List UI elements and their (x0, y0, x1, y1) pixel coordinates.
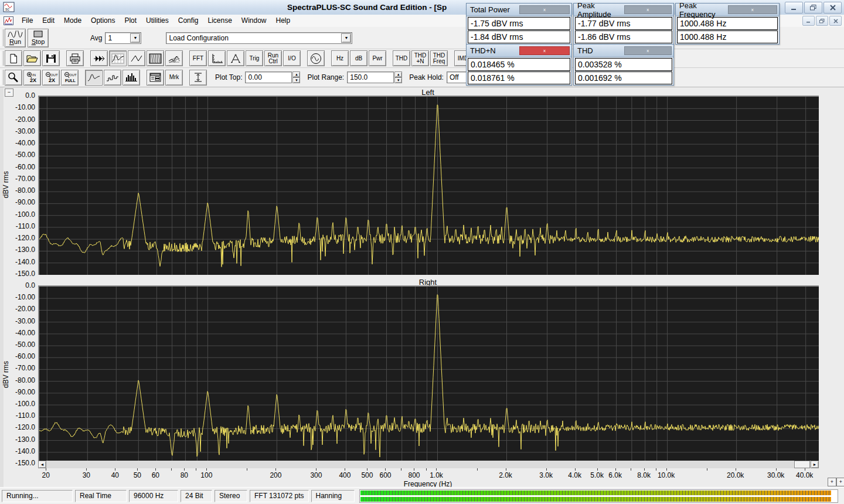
open-folder-button[interactable] (23, 50, 41, 66)
curve-plot-button[interactable] (85, 70, 103, 86)
bar-plot-button[interactable] (122, 70, 140, 86)
x-tick-mark (316, 468, 316, 471)
mdi-restore-button[interactable] (816, 16, 828, 26)
panel-value-left: 1000.488 Hz (677, 17, 778, 30)
plot-top-spinner[interactable]: ▲▼ (292, 71, 300, 83)
step-plot-button[interactable] (104, 70, 121, 86)
y-tick-label: -30.00 (4, 127, 35, 135)
minimize-button[interactable] (785, 2, 803, 13)
display-options-button[interactable] (147, 70, 164, 86)
panel-title-bar[interactable]: Total Powerx (467, 4, 571, 16)
panel-title-bar[interactable]: THD+Nx (467, 45, 571, 57)
svg-text:IN: IN (32, 73, 36, 77)
menu-config[interactable]: Config (173, 15, 203, 27)
plot-range-spinner[interactable]: ▲▼ (394, 71, 402, 83)
run-button[interactable]: Run (5, 29, 26, 47)
mrk-button[interactable]: Mrk (165, 70, 183, 86)
scroll-left-icon[interactable]: ◄ (38, 461, 46, 468)
expand-button-2[interactable]: + (836, 478, 844, 486)
spectrum-plot-right[interactable] (38, 285, 819, 464)
mdi-minimize-button[interactable] (802, 16, 815, 26)
trig-button[interactable]: Trig (246, 50, 263, 66)
menu-file[interactable]: File (17, 15, 38, 27)
scroll-right-icon[interactable]: ► (811, 461, 819, 468)
toolbar-grip[interactable] (1, 51, 4, 66)
y-tick-label: -40.00 (4, 329, 35, 337)
svg-text:OUT: OUT (69, 73, 77, 77)
panel-value-right: 1000.488 Hz (677, 30, 778, 43)
plot-range-label: Plot Range: (307, 73, 344, 81)
menu-edit[interactable]: Edit (38, 15, 59, 27)
panel-thd-n[interactable]: THD+Nx0.018465 %0.018761 % (466, 44, 572, 86)
mdi-close-button[interactable] (829, 16, 842, 26)
amplitude-range-button[interactable] (189, 70, 207, 86)
plot-top-input[interactable] (245, 71, 292, 83)
menu-window[interactable]: Window (237, 15, 271, 27)
menu-mode[interactable]: Mode (59, 15, 86, 27)
panel-title: THD (577, 46, 624, 55)
button-label: FFT (193, 56, 203, 62)
x-tick-label: 300 (300, 471, 332, 479)
surface-plot-button[interactable] (165, 50, 183, 66)
avg-select[interactable]: 1 ▼ (105, 32, 141, 44)
close-icon[interactable]: x (519, 46, 570, 55)
spectrogram-button[interactable] (147, 50, 164, 66)
close-icon[interactable]: x (624, 5, 672, 14)
stop-button[interactable]: Stop (28, 29, 49, 47)
close-icon[interactable]: x (728, 5, 778, 14)
panel-title-bar[interactable]: Peak Frequencyx (676, 4, 779, 16)
i-o-button[interactable]: I/O (283, 50, 301, 66)
panel-title-bar[interactable]: Peak Amplitudex (574, 4, 673, 16)
calipers-button[interactable] (227, 50, 244, 66)
spectrum-plot-left[interactable] (38, 96, 819, 275)
thd-freq-button[interactable]: THDFreq (430, 50, 448, 66)
scrollbar-thumb[interactable] (794, 461, 810, 468)
zoom-out-full-icon: OUTFULL (63, 71, 77, 83)
thd-n-button[interactable]: THD+N (411, 50, 429, 66)
menu-options[interactable]: Options (86, 15, 120, 27)
x-tick-mark (776, 468, 777, 471)
menu-help[interactable]: Help (271, 15, 295, 27)
db-button[interactable]: dB (350, 50, 367, 66)
restore-button[interactable] (804, 2, 822, 13)
run-ctrl-button[interactable]: RunCtrl (264, 50, 282, 66)
chevron-down-icon[interactable]: ▼ (341, 33, 351, 43)
thd-button[interactable]: THD (393, 50, 410, 66)
spectrum-plot-window: − Left0.0-10.00-20.00-30.00-40.00-50.00-… (0, 87, 844, 487)
chevron-down-icon[interactable]: ▼ (130, 33, 140, 43)
print-button[interactable] (66, 50, 84, 66)
time-series-button[interactable] (128, 50, 145, 66)
close-button[interactable] (823, 2, 842, 13)
signal-generator-button[interactable] (307, 50, 325, 66)
new-document-button[interactable] (5, 50, 22, 66)
close-icon[interactable]: x (624, 46, 672, 55)
panel-title-bar[interactable]: THDx (574, 45, 673, 57)
toolbar-grip[interactable] (1, 70, 4, 85)
menu-plot[interactable]: Plot (120, 15, 141, 27)
menu-license[interactable]: License (203, 15, 236, 27)
zoom-out-2x-button[interactable]: OUT2X (42, 70, 60, 86)
playback-arrows-button[interactable] (90, 50, 108, 66)
zoom-button[interactable] (5, 70, 22, 86)
scaling-ruler-button[interactable] (208, 50, 226, 66)
menu-utilities[interactable]: Utilities (141, 15, 173, 27)
spectrum-plot-button[interactable] (109, 50, 127, 66)
zoom-out-full-button[interactable]: OUTFULL (61, 70, 79, 86)
toolbar-grip[interactable] (1, 29, 4, 47)
new-document-icon (7, 53, 20, 64)
panel-value-right: -1.84 dBV rms (468, 30, 570, 43)
fft-button[interactable]: FFT (189, 50, 207, 66)
expand-button-1[interactable]: + (828, 478, 836, 486)
panel-peak-frequency[interactable]: Peak Frequencyx1000.488 Hz1000.488 Hz (675, 3, 780, 45)
panel-peak-amplitude[interactable]: Peak Amplitudex-1.77 dBV rms-1.86 dBV rm… (573, 3, 674, 45)
zoom-in-2x-button[interactable]: IN2X (23, 70, 41, 86)
frequency-scrollbar[interactable]: ◄ ► (38, 461, 819, 468)
plot-range-input[interactable] (347, 71, 394, 83)
load-configuration-select[interactable]: Load Configuration ▼ (166, 32, 352, 44)
pwr-button[interactable]: Pwr (369, 50, 386, 66)
panel-total-power[interactable]: Total Powerx-1.75 dBV rms-1.84 dBV rms (466, 3, 572, 45)
close-icon[interactable]: x (519, 5, 570, 14)
save-button[interactable] (42, 50, 60, 66)
hz-button[interactable]: Hz (331, 50, 349, 66)
panel-thd[interactable]: THDx0.003528 %0.001692 % (573, 44, 674, 86)
